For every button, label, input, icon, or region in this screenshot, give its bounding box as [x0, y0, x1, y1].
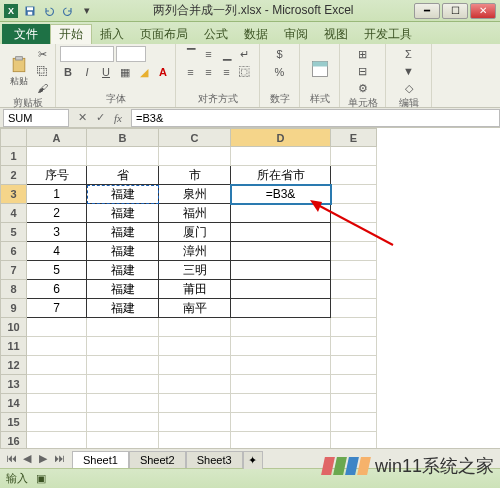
wrap-text-icon[interactable]: ↵ [237, 46, 253, 62]
minimize-button[interactable]: ━ [414, 3, 440, 19]
cell-D10[interactable] [231, 318, 331, 337]
clear-icon[interactable]: ◇ [401, 80, 417, 96]
cell-B7[interactable]: 福建 [87, 261, 159, 280]
col-header-E[interactable]: E [331, 129, 377, 147]
undo-icon[interactable] [41, 3, 57, 19]
cell-D8[interactable] [231, 280, 331, 299]
cell-D13[interactable] [231, 375, 331, 394]
cell-E8[interactable] [331, 280, 377, 299]
cell-A8[interactable]: 6 [27, 280, 87, 299]
cell-D2[interactable]: 所在省市 [231, 166, 331, 185]
col-header-D[interactable]: D [231, 129, 331, 147]
cell-B1[interactable] [87, 147, 159, 166]
italic-icon[interactable]: I [79, 64, 95, 80]
col-header-B[interactable]: B [87, 129, 159, 147]
cell-A15[interactable] [27, 413, 87, 432]
cell-C7[interactable]: 三明 [159, 261, 231, 280]
cell-B9[interactable]: 福建 [87, 299, 159, 318]
cell-A12[interactable] [27, 356, 87, 375]
row-header-13[interactable]: 13 [1, 375, 27, 394]
cell-E6[interactable] [331, 242, 377, 261]
cell-D14[interactable] [231, 394, 331, 413]
cell-A4[interactable]: 2 [27, 204, 87, 223]
cell-C14[interactable] [159, 394, 231, 413]
tab-developer[interactable]: 开发工具 [356, 24, 420, 44]
cell-A11[interactable] [27, 337, 87, 356]
cell-B13[interactable] [87, 375, 159, 394]
cell-D5[interactable] [231, 223, 331, 242]
cell-D6[interactable] [231, 242, 331, 261]
copy-icon[interactable]: ⿻ [35, 63, 51, 79]
underline-icon[interactable]: U [98, 64, 114, 80]
cell-C8[interactable]: 莆田 [159, 280, 231, 299]
cell-B10[interactable] [87, 318, 159, 337]
cell-D15[interactable] [231, 413, 331, 432]
cell-C12[interactable] [159, 356, 231, 375]
maximize-button[interactable]: ☐ [442, 3, 468, 19]
fill-icon[interactable]: ▼ [401, 63, 417, 79]
cell-D12[interactable] [231, 356, 331, 375]
cell-B15[interactable] [87, 413, 159, 432]
enter-formula-icon[interactable]: ✓ [93, 111, 107, 124]
sheet-nav-next-icon[interactable]: ▶ [36, 452, 50, 465]
cell-C11[interactable] [159, 337, 231, 356]
cell-B8[interactable]: 福建 [87, 280, 159, 299]
sheet-nav-last-icon[interactable]: ⏭ [52, 452, 66, 465]
cell-B2[interactable]: 省 [87, 166, 159, 185]
macro-record-icon[interactable]: ▣ [36, 472, 46, 485]
cell-A16[interactable] [27, 432, 87, 449]
qat-customize-icon[interactable]: ▾ [79, 3, 95, 19]
file-tab[interactable]: 文件 [2, 24, 50, 44]
cell-E2[interactable] [331, 166, 377, 185]
cell-E16[interactable] [331, 432, 377, 449]
cell-D1[interactable] [231, 147, 331, 166]
cell-C5[interactable]: 厦门 [159, 223, 231, 242]
cell-A9[interactable]: 7 [27, 299, 87, 318]
row-header-3[interactable]: 3 [1, 185, 27, 204]
cell-B6[interactable]: 福建 [87, 242, 159, 261]
format-cells-icon[interactable]: ⚙ [355, 80, 371, 96]
align-middle-icon[interactable]: ≡ [201, 46, 217, 62]
sheet-nav-prev-icon[interactable]: ◀ [20, 452, 34, 465]
fx-icon[interactable]: fx [111, 111, 125, 124]
cut-icon[interactable]: ✂ [35, 46, 51, 62]
cell-E14[interactable] [331, 394, 377, 413]
name-box[interactable]: SUM [3, 109, 69, 127]
row-header-15[interactable]: 15 [1, 413, 27, 432]
tab-page-layout[interactable]: 页面布局 [132, 24, 196, 44]
cell-A1[interactable] [27, 147, 87, 166]
cell-C10[interactable] [159, 318, 231, 337]
tab-home[interactable]: 开始 [50, 24, 92, 44]
cell-C1[interactable] [159, 147, 231, 166]
save-icon[interactable] [22, 3, 38, 19]
cell-B4[interactable]: 福建 [87, 204, 159, 223]
cell-B3[interactable]: 福建 [87, 185, 159, 204]
font-color-icon[interactable]: A [155, 64, 171, 80]
cell-B12[interactable] [87, 356, 159, 375]
cell-E12[interactable] [331, 356, 377, 375]
cell-B11[interactable] [87, 337, 159, 356]
row-header-5[interactable]: 5 [1, 223, 27, 242]
row-header-1[interactable]: 1 [1, 147, 27, 166]
row-header-4[interactable]: 4 [1, 204, 27, 223]
align-right-icon[interactable]: ≡ [219, 64, 235, 80]
tab-insert[interactable]: 插入 [92, 24, 132, 44]
cell-C4[interactable]: 福州 [159, 204, 231, 223]
col-header-A[interactable]: A [27, 129, 87, 147]
cell-A3[interactable]: 1 [27, 185, 87, 204]
select-all-corner[interactable] [1, 129, 27, 147]
cell-C16[interactable] [159, 432, 231, 449]
align-center-icon[interactable]: ≡ [201, 64, 217, 80]
currency-icon[interactable]: $ [272, 46, 288, 62]
cell-D11[interactable] [231, 337, 331, 356]
cell-D9[interactable] [231, 299, 331, 318]
row-header-14[interactable]: 14 [1, 394, 27, 413]
fill-color-icon[interactable]: ◢ [136, 64, 152, 80]
formula-input[interactable]: =B3& [131, 109, 500, 127]
align-left-icon[interactable]: ≡ [183, 64, 199, 80]
paste-button[interactable]: 粘贴 [5, 49, 33, 93]
cell-E15[interactable] [331, 413, 377, 432]
cell-C6[interactable]: 漳州 [159, 242, 231, 261]
cell-A2[interactable]: 序号 [27, 166, 87, 185]
row-header-2[interactable]: 2 [1, 166, 27, 185]
